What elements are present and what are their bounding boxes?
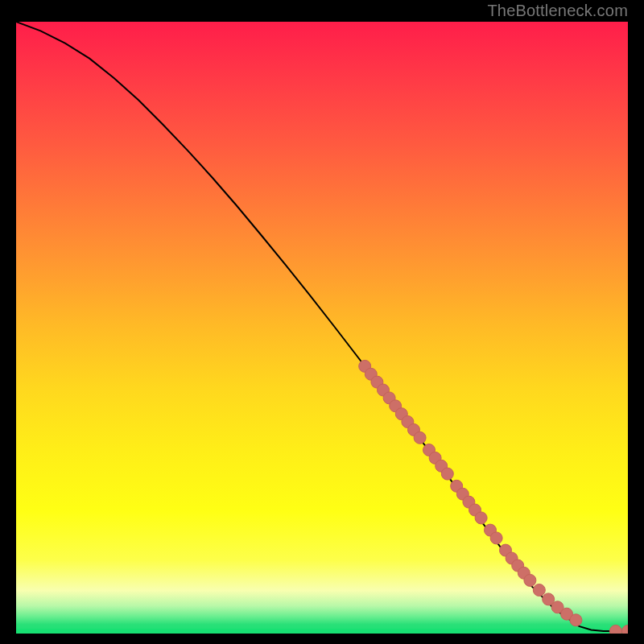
data-marker xyxy=(414,431,426,444)
data-marker xyxy=(441,468,453,480)
watermark-label: TheBottleneck.com xyxy=(487,2,628,20)
green-bottom-band xyxy=(16,629,628,634)
data-marker xyxy=(490,532,502,544)
data-marker xyxy=(609,625,621,634)
gradient-background xyxy=(16,22,628,634)
data-marker xyxy=(475,512,487,524)
plot-area xyxy=(16,22,628,634)
data-marker xyxy=(524,574,536,586)
plot-svg xyxy=(16,22,628,634)
chart-stage: TheBottleneck.com xyxy=(0,0,644,644)
data-marker xyxy=(533,584,545,597)
data-marker xyxy=(570,614,582,626)
